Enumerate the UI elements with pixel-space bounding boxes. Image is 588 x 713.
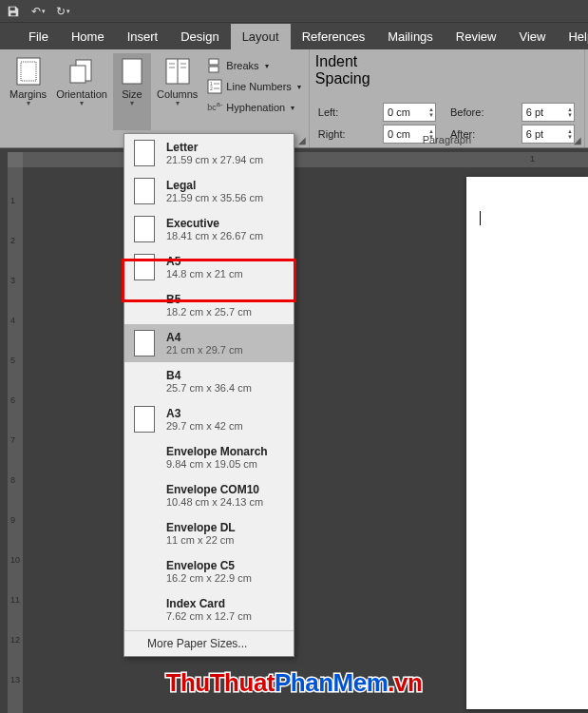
indent-left-input[interactable]: 0 cm▲▼ <box>383 103 436 122</box>
tab-view[interactable]: View <box>507 24 557 49</box>
hyphenation-icon: bca- <box>207 100 222 115</box>
size-option-legal[interactable]: Legal21.59 cm x 35.56 cm <box>124 172 294 210</box>
ruler-mark: 1 <box>530 154 535 164</box>
margins-button[interactable]: Margins▾ <box>6 53 50 130</box>
dialog-launcher-icon[interactable]: ◢ <box>574 135 581 145</box>
size-option-envelope-dl[interactable]: Envelope DL11 cm x 22 cm <box>124 514 294 552</box>
ruler-mark: 1 <box>10 196 15 205</box>
tab-home[interactable]: Home <box>60 24 116 49</box>
page-icon <box>134 368 155 395</box>
svg-rect-3 <box>70 66 85 83</box>
page-icon <box>134 178 155 204</box>
horizontal-ruler[interactable]: 1 <box>23 152 588 167</box>
size-option-name: A4 <box>166 331 243 344</box>
chevron-down-icon: ▾ <box>291 104 294 112</box>
spacing-before-label: Before: <box>450 106 484 118</box>
page-icon <box>134 558 155 585</box>
size-option-dims: 16.2 cm x 22.9 cm <box>166 572 252 584</box>
ruler-mark: 5 <box>10 356 15 365</box>
tab-review[interactable]: Review <box>445 24 508 49</box>
size-option-dims: 29.7 cm x 42 cm <box>166 420 243 432</box>
size-option-a5[interactable]: A514.8 cm x 21 cm <box>124 248 294 286</box>
tab-references[interactable]: References <box>291 24 376 49</box>
size-option-index-card[interactable]: Index Card7.62 cm x 12.7 cm <box>124 590 294 628</box>
breaks-button[interactable]: Breaks▾ <box>207 55 300 76</box>
ruler-mark: 4 <box>10 316 15 325</box>
size-dropdown: Letter21.59 cm x 27.94 cmLegal21.59 cm x… <box>123 133 294 657</box>
size-option-dims: 14.8 cm x 21 cm <box>166 268 243 279</box>
size-option-dims: 18.2 cm x 25.7 cm <box>166 306 252 318</box>
save-icon[interactable] <box>6 4 21 19</box>
chevron-down-icon: ▾ <box>130 100 134 108</box>
ribbon-tabs: File Home Insert Design Layout Reference… <box>0 23 588 49</box>
size-option-a4[interactable]: A421 cm x 29.7 cm <box>124 324 294 362</box>
ruler-mark: 9 <box>10 515 15 525</box>
spacing-before-input[interactable]: 6 pt▲▼ <box>522 103 575 122</box>
ruler-mark: 12 <box>10 635 20 645</box>
text-cursor <box>480 211 481 225</box>
size-option-executive[interactable]: Executive18.41 cm x 26.67 cm <box>124 210 294 248</box>
size-button[interactable]: Size▾ <box>113 53 151 130</box>
size-option-dims: 9.84 cm x 19.05 cm <box>166 458 268 470</box>
size-option-name: Letter <box>166 141 263 154</box>
tab-layout[interactable]: Layout <box>231 24 291 49</box>
ruler-mark: 6 <box>10 395 15 405</box>
spacing-before-value: 6 pt <box>526 106 567 118</box>
document-area <box>23 167 588 713</box>
chevron-down-icon: ▾ <box>27 100 30 108</box>
ruler-mark: 8 <box>10 475 15 485</box>
page-icon <box>134 444 155 471</box>
orientation-button[interactable]: Orientation▾ <box>52 53 111 130</box>
columns-icon <box>162 56 193 87</box>
ruler-corner <box>8 152 23 167</box>
line-numbers-button[interactable]: 12Line Numbers▾ <box>207 76 300 97</box>
spinner-arrows[interactable]: ▲▼ <box>428 106 434 118</box>
hyphenation-button[interactable]: bca-Hyphenation▾ <box>207 97 300 118</box>
size-option-envelope-monarch[interactable]: Envelope Monarch9.84 cm x 19.05 cm <box>124 438 294 476</box>
size-option-name: B4 <box>166 369 252 382</box>
size-option-dims: 11 cm x 22 cm <box>166 534 236 546</box>
columns-button[interactable]: Columns▾ <box>153 53 201 130</box>
breaks-label: Breaks <box>226 60 258 71</box>
tab-insert[interactable]: Insert <box>116 24 170 49</box>
size-option-envelope-com10[interactable]: Envelope COM1010.48 cm x 24.13 cm <box>124 476 294 514</box>
size-option-dims: 7.62 cm x 12.7 cm <box>166 610 252 622</box>
size-option-dims: 25.7 cm x 36.4 cm <box>166 382 252 394</box>
line-numbers-icon: 12 <box>207 79 222 94</box>
size-option-name: Executive <box>166 217 263 230</box>
watermark-part2: PhanMem <box>275 668 388 697</box>
spacing-header: Spacing <box>315 70 579 87</box>
vertical-ruler[interactable]: 12345678910111213 <box>8 167 23 713</box>
ruler-mark: 10 <box>10 555 20 565</box>
page-icon <box>134 596 155 623</box>
tab-file[interactable]: File <box>17 24 60 49</box>
spinner-arrows[interactable]: ▲▼ <box>567 106 573 118</box>
size-option-name: Envelope Monarch <box>166 445 268 458</box>
indent-left-value: 0 cm <box>388 106 428 118</box>
size-option-name: Index Card <box>166 597 252 610</box>
more-paper-sizes[interactable]: More Paper Sizes... <box>124 630 294 652</box>
undo-icon[interactable]: ↶▾ <box>30 4 46 19</box>
page-icon <box>134 254 155 280</box>
size-option-a3[interactable]: A329.7 cm x 42 cm <box>124 400 294 438</box>
size-option-letter[interactable]: Letter21.59 cm x 27.94 cm <box>124 134 294 172</box>
group-paragraph: Indent Spacing Left: 0 cm▲▼ Before: 6 pt… <box>310 49 585 147</box>
tab-design[interactable]: Design <box>169 24 230 49</box>
tab-help[interactable]: Help <box>557 24 588 49</box>
chevron-down-icon: ▾ <box>80 100 84 108</box>
size-option-b5[interactable]: B518.2 cm x 25.7 cm <box>124 286 294 324</box>
ruler-mark: 3 <box>10 276 15 285</box>
redo-icon[interactable]: ↻▾ <box>55 4 70 19</box>
paragraph-group-label: Paragraph <box>310 134 584 145</box>
dialog-launcher-icon[interactable]: ◢ <box>298 135 306 145</box>
watermark: ThuThuatPhanMem.vn <box>0 668 588 698</box>
page[interactable] <box>466 177 588 709</box>
size-option-b4[interactable]: B425.7 cm x 36.4 cm <box>124 362 294 400</box>
page-icon <box>134 520 155 547</box>
size-option-envelope-c5[interactable]: Envelope C516.2 cm x 22.9 cm <box>124 552 294 590</box>
chevron-down-icon: ▾ <box>176 100 180 108</box>
page-icon <box>134 482 155 509</box>
indent-header: Indent <box>315 53 579 70</box>
chevron-down-icon: ▾ <box>297 83 301 91</box>
tab-mailings[interactable]: Mailings <box>376 24 445 49</box>
